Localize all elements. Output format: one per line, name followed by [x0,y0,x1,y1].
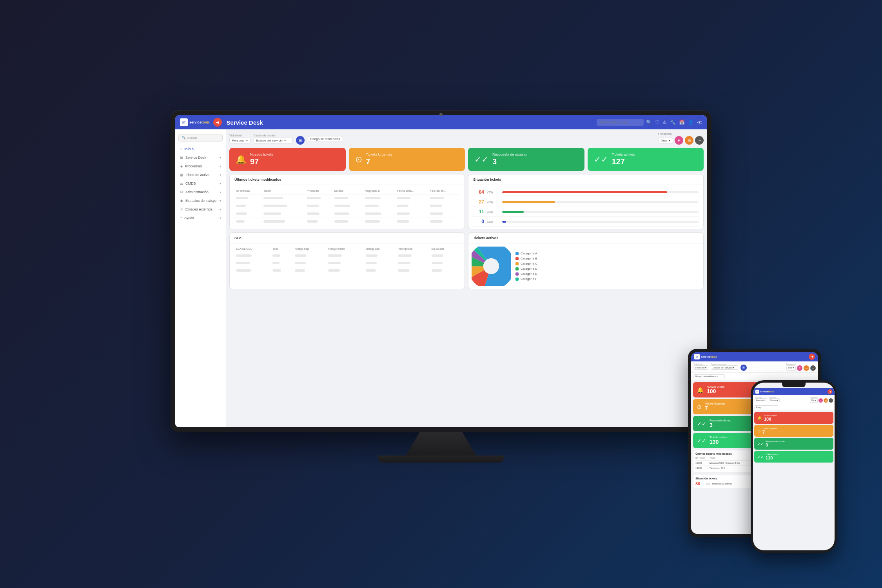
sidebar-search[interactable]: 🔍 Buscar [178,134,223,142]
visibility-select[interactable]: Personal ▾ [229,138,250,143]
tablet-bell-icon: 🔔 [697,387,704,393]
phone-stat-nuevos[interactable]: 🔔 Nuevos tickets 100 [754,412,833,424]
search-icon[interactable]: 🔍 [646,120,652,125]
tablet-frequency-select[interactable]: Día ▾ [786,365,796,371]
stat-card-urgentes[interactable]: ⊙ Tickets Urgentes 7 [349,148,465,171]
stat-card-respuesta[interactable]: ✓✓ Respuesta de usuario 3 [468,148,584,171]
espacios-icon: ◉ [180,199,183,203]
legend-item-3: Categoría D [515,267,537,270]
phone-screen: ST servicetonic ◀ Visibilidad Personal ▾… [753,383,835,550]
phone-freq-select[interactable]: Día ▾ [810,398,818,403]
situacion-body: 84 (20) 27 (20) [468,185,703,229]
more-button[interactable]: ⋯ [695,136,704,145]
phone-bell-icon: 🔔 [757,416,762,420]
tablet-more-btn[interactable]: ⋯ [810,365,816,371]
phone-visibility-select[interactable]: Personal ▾ [755,398,767,402]
sla-body: SLA/OLA/UC Total Riesgo bajo Riesgo medi… [230,243,465,277]
nav-toggle-button[interactable]: ◀ [213,118,222,127]
sidebar-item-cmdb[interactable]: ☰ CMDB ▾ [175,179,226,188]
sla-row[interactable] [234,267,460,274]
phone-filter-btn[interactable]: ⊟ [824,398,828,403]
stat-card-nuevos[interactable]: 🔔 Nuevos tickets 97 [229,148,346,171]
calendar-icon[interactable]: 📅 [679,120,685,125]
phone-more-btn[interactable]: ⋯ [829,398,833,403]
sidebar-item-enlaces[interactable]: ↗ Enlaces externos ▾ [175,205,226,214]
admin-icon: ⚙ [180,190,183,194]
phone-toolbar: Visibilidad Personal ▾ Cuadro de Estado … [753,395,835,404]
table-row[interactable] [234,194,460,202]
table-row[interactable] [234,218,460,226]
monitor-screen: ST servicetonic ◀ Service Desk 🔍 ♡ ⚠ 🔧 📅 [175,115,707,427]
phone-avatar-btn[interactable]: P [818,398,823,403]
table-row[interactable] [234,210,460,218]
sidebar-item-admin[interactable]: ⚙ Administración ▾ [175,188,226,196]
phone-content: 🔔 Nuevos tickets 100 ⊙ Tickets Urgentes … [753,411,835,550]
collapse-icon[interactable]: ≪ [697,120,702,125]
sidebar-item-label: CMDB [185,181,196,185]
tablet-situacion-num: 86 [695,481,704,486]
tablet-stat-value: 100 [707,388,725,394]
frequency-select[interactable]: Días ▾ [658,138,673,143]
tools-icon[interactable]: 🔧 [670,120,676,125]
sidebar-item-label: Service Desk [185,156,206,160]
user-avatar-button[interactable]: P [675,136,683,145]
sla-col-2: Riesgo bajo [293,246,327,252]
search-input[interactable] [597,119,644,126]
sidebar-item-ayuda[interactable]: ? Ayuda ▾ [175,214,226,222]
chevron-icon: ▾ [220,173,221,177]
tablet-logo-icon: ST [694,354,700,359]
table-row[interactable] [234,202,460,210]
last-tickets-header: Últimos tickets modificados [230,174,465,185]
scene: ST servicetonic ◀ Service Desk 🔍 ♡ ⚠ 🔧 📅 [29,20,853,568]
phone-check-icon: ✓✓ [757,442,764,446]
grid-view-button[interactable]: ⊞ [296,136,305,145]
ayuda-icon: ? [180,216,182,220]
phone-cuadro-select[interactable]: Estado ▾ [769,398,780,402]
tablet-stat-label: Respuesta de us... [710,419,732,422]
tablet-dashboard-select[interactable]: Estado del servicio ▾ [711,365,738,370]
phone-stat-urgentes[interactable]: ⊙ Tickets Urgentes 7 [754,425,833,437]
situacion-bar-outer [502,191,699,193]
col-prioridad: Prioridad [305,187,333,194]
dashboard-select[interactable]: Estado del servicio ▾ [254,138,293,143]
legend-dot [515,267,519,270]
sidebar-item-problemas[interactable]: ◈ Problemas ▾ [175,162,226,171]
phone-stat-activos[interactable]: ✓✓ Tickets activos 110 [754,451,833,463]
sidebar-item-inicio[interactable]: ⌂ Inicio [175,145,226,153]
user-icon[interactable]: 👤 [688,120,694,125]
panels-row-2: SLA SLA/OLA/UC Total Riesgo bajo [229,232,704,289]
app-container: ST servicetonic ◀ Service Desk 🔍 ♡ ⚠ 🔧 📅 [175,115,707,427]
sla-row[interactable] [234,260,460,267]
tablet-grid-button[interactable]: ⊞ [740,365,747,371]
chevron-icon: ▾ [220,199,221,203]
situacion-row-1: 27 (20) [473,197,699,207]
sla-row[interactable] [234,252,460,260]
sidebar-item-espacios[interactable]: ◉ Espacios de trabajo ▾ [175,196,226,205]
legend-dot [515,262,519,265]
urgent-icon: ⊙ [355,154,362,165]
sidebar-item-tipos[interactable]: ▦ Tipos de activo ▾ [175,171,226,179]
problemas-icon: ◈ [180,164,183,168]
trends-select[interactable]: Rango de tendencias [308,136,343,142]
phone-stat-respuesta[interactable]: ✓✓ Respuesta de usuario 3 [754,438,833,450]
tablet-nav-toggle[interactable]: ◀ [809,354,815,360]
sidebar-item-servicedesk[interactable]: ☰ Service Desk ▾ [175,153,226,162]
tablet-filter-btn[interactable]: ⊟ [804,365,809,371]
stat-value: 127 [612,157,698,166]
sidebar-item-label: Enlaces externos [185,207,212,211]
sla-panel: SLA SLA/OLA/UC Total Riesgo bajo [229,232,465,289]
visibility-group: Visibilidad Personal ▾ [229,134,250,143]
visibility-label: Visibilidad [229,134,250,137]
alert-icon[interactable]: ⚠ [662,120,667,125]
tablet-visibility-select[interactable]: Personal ▾ [693,365,708,370]
chevron-down-icon: ▾ [669,139,670,142]
legend-dot [515,278,519,281]
tablet-trends-select[interactable]: Rango de tendencias [693,374,725,378]
situacion-bar-outer [502,221,699,223]
stat-card-activos[interactable]: ✓✓ Tickets activos 127 [588,148,704,171]
phone-nav-toggle[interactable]: ◀ [828,389,832,394]
phone-trends-select[interactable]: Rango [755,405,778,409]
favorites-icon[interactable]: ♡ [655,120,659,125]
tablet-avatar-btn[interactable]: P [797,365,802,371]
filter-button[interactable]: ⊟ [685,136,693,145]
